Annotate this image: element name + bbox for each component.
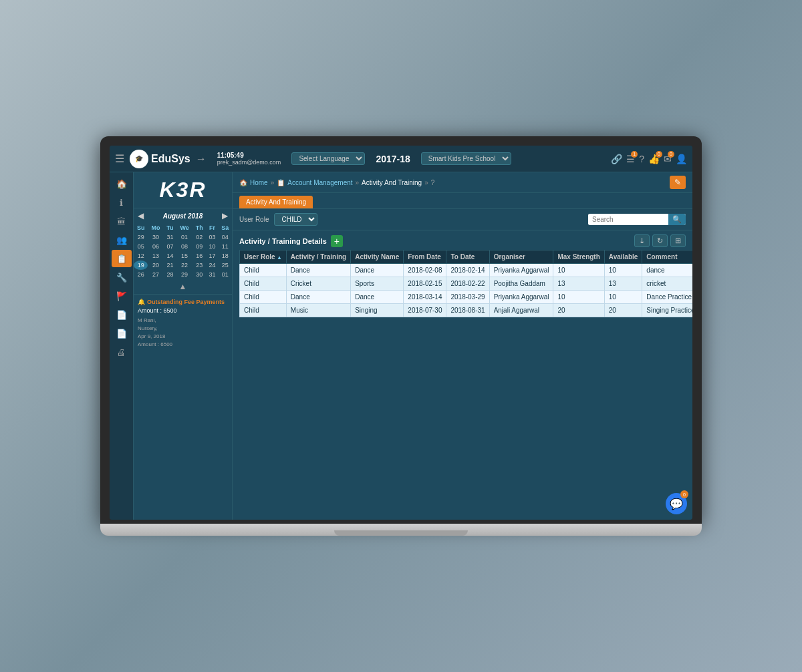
calendar-day[interactable]: 28 xyxy=(164,270,177,279)
calendar-day[interactable]: 08 xyxy=(176,242,192,251)
list-icon[interactable]: ☰ 1 xyxy=(626,154,635,164)
school-select[interactable]: Smart Kids Pre School xyxy=(421,152,511,165)
calendar-day[interactable]: 07 xyxy=(164,242,177,251)
table-cell-2-5: Priyanka Aggarwal xyxy=(489,291,553,304)
outstanding-amount: Amount : 6500 xyxy=(138,307,228,314)
calendar-day[interactable]: 09 xyxy=(192,242,207,251)
calendar-day[interactable]: 23 xyxy=(192,261,207,270)
data-table: User Role ▲Activity / TrainingActivity N… xyxy=(239,250,692,317)
calendar-day[interactable]: 15 xyxy=(176,251,192,261)
calendar-day[interactable]: 12 xyxy=(134,251,148,261)
calendar-day[interactable]: 29 xyxy=(134,232,148,242)
calendar-day[interactable]: 16 xyxy=(192,251,207,261)
export-btn-1[interactable]: ⤓ xyxy=(634,234,650,247)
sidebar-item-activity[interactable]: 📋 xyxy=(112,250,132,267)
scroll-up-btn[interactable]: ▲ xyxy=(134,279,232,294)
calendar-table: SuMoTuWeThFrSa 2930310102030405060708091… xyxy=(134,223,232,279)
help-icon[interactable]: ? xyxy=(639,154,644,164)
calendar-day[interactable]: 24 xyxy=(207,261,219,270)
chat-bubble[interactable]: 💬 0 xyxy=(666,493,687,514)
table-row: ChildCricketSports2018-02-152018-02-22Po… xyxy=(240,277,693,291)
table-col-0[interactable]: User Role ▲ xyxy=(240,250,287,264)
sidebar-item-home[interactable]: 🏠 xyxy=(112,175,132,192)
calendar-prev-btn[interactable]: ◀ xyxy=(138,211,144,220)
calendar-day[interactable]: 01 xyxy=(176,232,192,242)
calendar-day[interactable]: 04 xyxy=(218,232,232,242)
email-display: prek_sadm@demo.com xyxy=(217,159,281,166)
calendar-day[interactable]: 30 xyxy=(192,270,207,279)
export-btn-2[interactable]: ⊞ xyxy=(670,234,686,247)
tabs-bar: Activity And Training xyxy=(233,193,692,209)
sidebar-item-print[interactable]: 🖨 xyxy=(112,343,132,361)
sidebar-item-info[interactable]: ℹ xyxy=(112,194,132,211)
sidebar-item-report2[interactable]: 📄 xyxy=(112,325,132,342)
refresh-btn[interactable]: ↻ xyxy=(652,234,668,247)
filter-role-label: User Role xyxy=(239,216,269,223)
sidebar-item-institution[interactable]: 🏛 xyxy=(112,212,132,230)
calendar-day[interactable]: 18 xyxy=(218,251,232,261)
tab-activity-training[interactable]: Activity And Training xyxy=(239,196,313,208)
table-cell-0-4: 2018-02-14 xyxy=(446,264,489,277)
search-input[interactable] xyxy=(588,214,668,224)
calendar-day[interactable]: 31 xyxy=(207,270,219,279)
sidebar-item-settings[interactable]: 🔧 xyxy=(112,269,132,286)
calendar-day[interactable]: 22 xyxy=(176,261,192,270)
calendar-day[interactable]: 27 xyxy=(148,270,163,279)
breadcrumb-home[interactable]: Home xyxy=(250,179,268,186)
calendar-day[interactable]: 14 xyxy=(164,251,177,261)
table-cell-2-3: 2018-03-14 xyxy=(404,291,446,304)
breadcrumb-sep2: » xyxy=(356,179,360,186)
sidebar-item-users[interactable]: 👥 xyxy=(112,231,132,248)
calendar-day[interactable]: 05 xyxy=(134,242,148,251)
up-arrow-icon[interactable]: ▲ xyxy=(179,282,187,291)
add-activity-btn[interactable]: + xyxy=(331,235,343,247)
calendar-day[interactable]: 02 xyxy=(192,232,207,242)
edit-orange-btn[interactable]: ✎ xyxy=(670,176,686,189)
calendar-day[interactable]: 03 xyxy=(207,232,219,242)
filter-bar: User Role CHILD 🔍 xyxy=(233,209,692,230)
calendar-day[interactable]: 21 xyxy=(164,261,177,270)
table-cell-1-4: 2018-02-22 xyxy=(446,277,489,291)
sidebar-item-report1[interactable]: 📄 xyxy=(112,306,132,323)
breadcrumb-help[interactable]: ? xyxy=(431,179,435,186)
table-col-6: Max Strength xyxy=(553,250,604,264)
table-cell-3-8: Singing Practice xyxy=(642,304,692,317)
breadcrumb-account[interactable]: Account Management xyxy=(287,179,352,186)
table-section: Activity / Training Details + ⤓ ↻ ⊞ xyxy=(233,230,692,520)
calendar-day[interactable]: 19 xyxy=(134,261,148,270)
like-icon[interactable]: 👍 0 xyxy=(648,154,660,164)
table-cell-3-1: Music xyxy=(286,304,350,317)
language-select[interactable]: Select Language xyxy=(291,152,365,165)
filter-role-select[interactable]: CHILD xyxy=(274,213,317,226)
table-cell-0-3: 2018-02-08 xyxy=(404,264,446,277)
main-content: 🏠 Home » 📋 Account Management » Activity… xyxy=(233,172,692,520)
calendar-day[interactable]: 20 xyxy=(148,261,163,270)
calendar-day[interactable]: 11 xyxy=(218,242,232,251)
table-cell-2-2: Dance xyxy=(351,291,404,304)
table-col-3: From Date xyxy=(404,250,446,264)
calendar-day[interactable]: 06 xyxy=(148,242,163,251)
calendar-day[interactable]: 01 xyxy=(218,270,232,279)
table-cell-2-0: Child xyxy=(240,291,287,304)
mail-badge: 0 xyxy=(668,151,674,158)
link-icon[interactable]: 🔗 xyxy=(611,154,622,164)
calendar-day[interactable]: 31 xyxy=(164,232,177,242)
calendar-day[interactable]: 30 xyxy=(148,232,163,242)
school-logo-box: K3R xyxy=(134,172,232,208)
calendar-day[interactable]: 17 xyxy=(207,251,219,261)
search-button[interactable]: 🔍 xyxy=(668,214,686,225)
table-cell-3-4: 2018-08-31 xyxy=(446,304,489,317)
calendar-next-btn[interactable]: ▶ xyxy=(222,211,228,220)
calendar-day[interactable]: 26 xyxy=(134,270,148,279)
table-cell-2-1: Dance xyxy=(286,291,350,304)
table-cell-1-8: cricket xyxy=(642,277,692,291)
calendar-day[interactable]: 10 xyxy=(207,242,219,251)
table-cell-3-7: 20 xyxy=(604,304,642,317)
calendar-day[interactable]: 13 xyxy=(148,251,163,261)
calendar-day[interactable]: 29 xyxy=(176,270,192,279)
user-icon[interactable]: 👤 xyxy=(676,154,687,164)
mail-icon[interactable]: ✉ 0 xyxy=(664,154,672,164)
calendar-day[interactable]: 25 xyxy=(218,261,232,270)
sidebar-item-flag[interactable]: 🚩 xyxy=(112,287,132,305)
menu-icon[interactable]: ☰ xyxy=(115,152,124,165)
